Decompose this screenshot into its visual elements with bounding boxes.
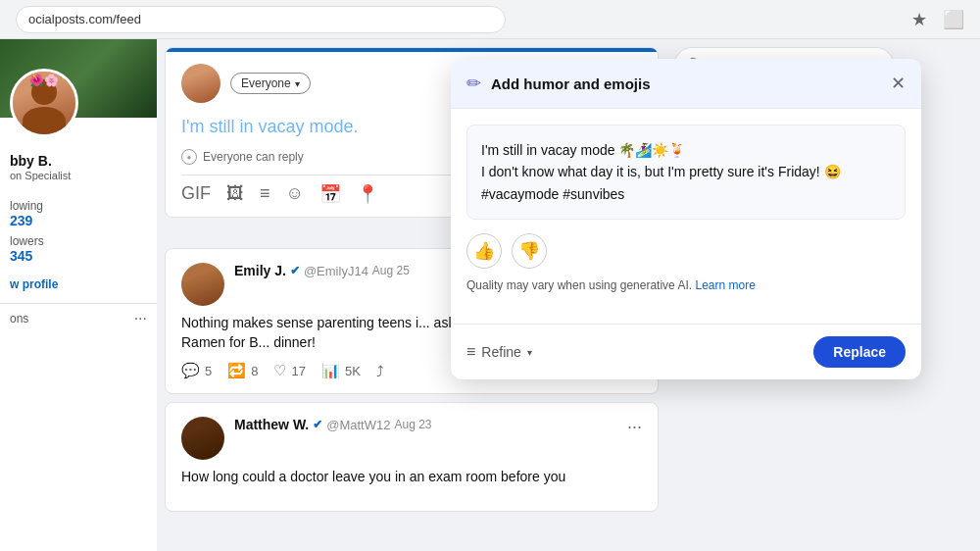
ai-refine-button[interactable]: ≡ Refine ▾ (466, 343, 532, 361)
reply-icon: 💬 (181, 362, 200, 379)
refine-chevron: ▾ (527, 347, 532, 358)
emily-name: Emily J. (234, 263, 286, 278)
emily-date: Aug 25 (372, 264, 410, 277)
reply-setting-icon: ● (181, 149, 197, 165)
ai-suggestion-text: I'm still in vacay mode 🌴🏄‍♀️☀️🍹 I don't… (466, 125, 906, 220)
refine-label: Refine (481, 344, 520, 360)
emily-handle: @EmilyJ14 (304, 264, 368, 278)
left-sidebar: 🌺🌸 bby B. on Specialist lowing 239 lower… (0, 39, 157, 551)
sidebar-user-info: bby B. on Specialist (0, 145, 157, 189)
emily-verified-badge: ✔ (290, 264, 300, 277)
post-matthew: Matthew W. ✔ @MattW12 Aug 23 ··· How lon… (165, 402, 659, 512)
share-icon: ⤴ (376, 363, 384, 379)
composer-avatar (181, 64, 220, 103)
matthew-name: Matthew W. (234, 417, 309, 432)
ai-pencil-icon: ✏ (466, 73, 481, 94)
sidebar-bottom: ons ··· (0, 303, 157, 333)
emily-view-count[interactable]: 📊 5K (321, 362, 361, 379)
matthew-handle: @MattW12 (326, 418, 390, 432)
ai-feedback-buttons: 👍 👎 (466, 233, 906, 269)
extension-icon[interactable]: ⬜ (943, 9, 964, 30)
image-button[interactable]: 🖼 (226, 183, 244, 205)
audience-selector[interactable]: Everyone ▾ (230, 73, 311, 94)
calendar-button[interactable]: 📅 (319, 183, 341, 205)
browser-chrome: ocialposts.com/feed ★ ⬜ (0, 0, 980, 39)
sidebar-more-icon[interactable]: ··· (134, 310, 147, 327)
emily-reply-count[interactable]: 💬 5 (181, 362, 212, 379)
followers-value[interactable]: 345 (10, 248, 147, 264)
matthew-author: Matthew W. ✔ @MattW12 Aug 23 (234, 417, 617, 432)
matthew-avatar[interactable] (181, 417, 224, 460)
matthew-verified-badge: ✔ (313, 418, 322, 431)
ai-quality-note: Quality may vary when using generative A… (466, 278, 906, 292)
emoji-button[interactable]: ☺ (286, 183, 304, 205)
ai-dialog-footer: ≡ Refine ▾ Replace (451, 324, 921, 379)
emily-avatar[interactable] (181, 263, 224, 306)
thumbs-up-button[interactable]: 👍 (466, 233, 502, 269)
ai-learn-more-link[interactable]: Learn more (695, 278, 755, 292)
flower-crown-icon: 🌺🌸 (29, 74, 59, 87)
user-role: on Specialist (10, 170, 147, 181)
post-header-matthew: Matthew W. ✔ @MattW12 Aug 23 ··· (181, 417, 642, 460)
url-text: ocialposts.com/feed (28, 12, 141, 26)
refine-icon: ≡ (466, 343, 475, 361)
emily-view-val: 5K (345, 364, 361, 378)
user-name: bby B. (10, 153, 147, 169)
emily-repost-count[interactable]: 🔁 8 (227, 362, 258, 379)
browser-icons: ★ ⬜ (911, 9, 964, 30)
gif-button[interactable]: GIF (181, 183, 211, 205)
emily-reply-val: 5 (205, 364, 212, 378)
emily-repost-val: 8 (251, 364, 258, 378)
emily-share-button[interactable]: ⤴ (376, 363, 384, 379)
ai-close-button[interactable]: ✕ (891, 73, 906, 94)
audience-label: Everyone (241, 76, 291, 90)
star-icon[interactable]: ★ (911, 9, 927, 30)
url-bar[interactable]: ocialposts.com/feed (16, 6, 506, 33)
repost-icon: 🔁 (227, 362, 246, 379)
avatar-image: 🌺🌸 (13, 72, 75, 134)
ai-dialog-title: Add humor and emojis (491, 75, 881, 92)
followers-label: lowers (10, 234, 147, 248)
ai-dialog-header: ✏ Add humor and emojis ✕ (451, 59, 921, 109)
matthew-meta: Matthew W. ✔ @MattW12 Aug 23 (234, 417, 617, 432)
followers-stat: lowers 345 (10, 234, 147, 264)
reply-setting-label: Everyone can reply (203, 150, 304, 164)
ai-dialog: ✏ Add humor and emojis ✕ I'm still in va… (451, 59, 921, 379)
matthew-post-body: How long could a doctor leave you in an … (181, 468, 642, 487)
like-icon: ♡ (273, 362, 286, 379)
ai-dialog-body: I'm still in vacay mode 🌴🏄‍♀️☀️🍹 I don't… (451, 109, 921, 324)
view-profile-link[interactable]: w profile (0, 270, 157, 299)
profile-cover: 🌺🌸 (0, 39, 157, 118)
following-stat: lowing 239 (10, 199, 147, 228)
matthew-date: Aug 23 (394, 418, 431, 431)
thumbs-down-button[interactable]: 👎 (512, 233, 547, 269)
list-button[interactable]: ≡ (260, 183, 270, 205)
following-label: lowing (10, 199, 147, 213)
avatar[interactable]: 🌺🌸 (10, 69, 78, 137)
ai-replace-button[interactable]: Replace (813, 336, 906, 368)
audience-chevron: ▾ (295, 78, 300, 89)
views-icon: 📊 (321, 362, 340, 379)
matthew-more-button[interactable]: ··· (627, 417, 642, 437)
sidebar-stats: lowing 239 lowers 345 (0, 189, 157, 264)
emily-like-count[interactable]: ♡ 17 (273, 362, 305, 379)
composer-avatar-img (181, 64, 220, 103)
emily-like-val: 17 (291, 364, 305, 378)
sidebar-bottom-label: ons (10, 312, 28, 326)
following-value[interactable]: 239 (10, 213, 147, 228)
location-button[interactable]: 📍 (357, 183, 378, 205)
